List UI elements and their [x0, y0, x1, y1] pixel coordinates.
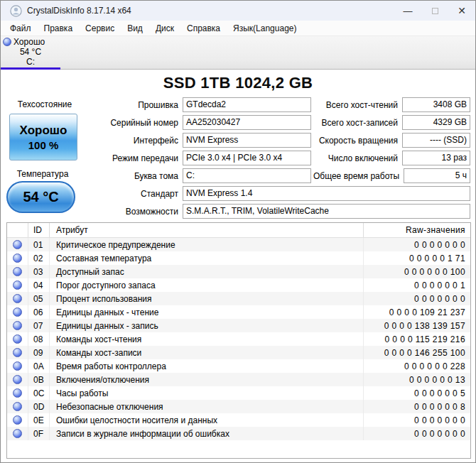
table-row: 0D Небезопасные отключения 0 0 0 0 0 0 8 [7, 400, 470, 413]
attribute-name: Ошибки целостности носителя и данных [50, 413, 364, 427]
attribute-status-orb-icon [13, 240, 22, 249]
attribute-name: Критическое предупреждение [50, 238, 364, 251]
attribute-status-orb-icon [13, 361, 22, 371]
attribute-id: 0B [28, 373, 50, 386]
table-row: 0E Ошибки целостности носителя и данных … [7, 413, 470, 427]
attribute-raw-value: 0 0 0 0 0 0 0 [364, 429, 470, 439]
menu-file[interactable]: Файл [4, 22, 38, 35]
header-id: ID [28, 223, 50, 237]
attribute-status-orb-icon [13, 267, 22, 276]
window-title: CrystalDiskInfo 8.17.14 x64 [27, 6, 131, 16]
menubar: Файл Правка Сервис Вид Диск Справка Язык… [1, 21, 475, 36]
field-row-firmware: Прошивка GTdecda2 [1, 97, 311, 112]
field-row-features: Возможности S.M.A.R.T., TRIM, VolatileWr… [1, 204, 470, 219]
interface-value-box[interactable]: NVM Express [183, 133, 311, 148]
menu-help[interactable]: Справка [180, 22, 227, 35]
attribute-raw-value: 0 0 0 0 0 0 5 [364, 388, 470, 398]
menu-disk[interactable]: Диск [149, 22, 180, 35]
close-button[interactable]: ✕ [448, 1, 475, 21]
maximize-icon [432, 8, 438, 14]
field-label: Возможности [1, 207, 183, 217]
minimize-button[interactable]: — [394, 1, 421, 21]
attribute-status-orb-icon [13, 402, 22, 411]
field-label: Всего хост-записей [313, 118, 402, 128]
disk-tab-c[interactable]: Хорошо 54 °C C: [1, 37, 60, 67]
rotation-rate-value-box[interactable]: ---- (SSD) [402, 133, 470, 148]
firmware-value-box[interactable]: GTdecda2 [183, 97, 311, 112]
table-row: 05 Процент использования 0 0 0 0 0 0 0 [7, 292, 470, 305]
attribute-status-orb-icon [13, 415, 22, 425]
table-row: 04 Порог доступного запаса 0 0 0 0 0 0 1 [7, 278, 470, 292]
attribute-name: Часы работы [50, 386, 364, 400]
header-status-column [7, 223, 28, 237]
field-row-transfer-mode: Режим передачи PCIe 3.0 x4 | PCIe 3.0 x4 [1, 151, 311, 165]
drive-letter-value-box[interactable]: C: [183, 168, 311, 183]
field-row-drive-letter: Буква тома C: [1, 168, 311, 183]
attribute-name: Порог доступного запаса [50, 278, 364, 292]
attribute-id: 07 [28, 319, 50, 332]
app-icon [10, 5, 22, 17]
table-row: 09 Команды хост-записи 0 0 0 0 146 255 1… [7, 346, 470, 359]
host-writes-value-box[interactable]: 4329 GB [402, 115, 470, 130]
features-value-box[interactable]: S.M.A.R.T., TRIM, VolatileWriteCache [183, 204, 470, 219]
attribute-raw-value: 0 0 0 0 138 139 157 [364, 321, 470, 331]
disk-temperature: 54 °C [1, 47, 60, 57]
serial-value-box[interactable]: AA252030427 [183, 115, 311, 130]
attribute-status-orb-icon [13, 375, 22, 384]
menu-edit[interactable]: Правка [38, 22, 80, 35]
table-row: 01 Критическое предупреждение 0 0 0 0 0 … [7, 238, 470, 251]
attribute-id: 09 [28, 346, 50, 359]
field-label: Стандарт [1, 189, 183, 199]
field-label: Общее время работы [313, 171, 404, 181]
field-label: Серийный номер [1, 118, 183, 128]
main-panel: SSD 1TB 1024,2 GB Техсостояние Хорошо 10… [1, 70, 475, 463]
header-attribute: Атрибут [50, 223, 364, 237]
attribute-status-orb-icon [13, 388, 22, 398]
attribute-status-orb-icon [13, 429, 22, 438]
attribute-name: Единицы данных - запись [50, 319, 364, 332]
standard-value-box[interactable]: NVM Express 1.4 [183, 186, 470, 201]
disk-drive-letter: C: [1, 57, 60, 67]
attribute-name: Небезопасные отключения [50, 400, 364, 413]
attribute-id: 0E [28, 413, 50, 427]
app-window: CrystalDiskInfo 8.17.14 x64 — ✕ Файл Пра… [0, 0, 476, 463]
attribute-raw-value: 0 0 0 0 0 0 0 [364, 294, 470, 304]
attribute-id: 01 [28, 238, 50, 251]
attribute-name: Составная температура [50, 251, 364, 265]
attribute-status-orb-icon [13, 294, 22, 303]
attribute-raw-value: 0 0 0 0 0 0 0 [364, 240, 470, 250]
table-row: 0C Часы работы 0 0 0 0 0 0 5 [7, 386, 470, 400]
power-on-count-value-box[interactable]: 13 раз [402, 151, 470, 165]
attribute-name: Команды хост-записи [50, 346, 364, 359]
menu-view[interactable]: Вид [121, 22, 149, 35]
field-row-host-writes: Всего хост-записей 4329 GB [313, 115, 470, 130]
attribute-raw-value: 0 0 0 0 0 0 228 [364, 361, 470, 371]
attribute-id: 08 [28, 332, 50, 346]
attribute-raw-value: 0 0 0 0 109 21 237 [364, 307, 470, 317]
disk-model-title: SSD 1TB 1024,2 GB [1, 74, 475, 92]
attribute-raw-value: 0 0 0 0 0 1 71 [364, 254, 470, 263]
table-row: 0B Включения/отключения 0 0 0 0 0 0 13 [7, 373, 470, 386]
attribute-raw-value: 0 0 0 0 0 0 8 [364, 402, 470, 412]
power-on-hours-value-box[interactable]: 5 ч [404, 168, 470, 183]
field-label: Всего хост-чтений [313, 100, 402, 110]
attribute-id: 03 [28, 265, 50, 278]
table-header: ID Атрибут Raw-значения [7, 223, 470, 238]
maximize-button[interactable] [421, 1, 448, 21]
menu-function[interactable]: Сервис [79, 22, 121, 35]
field-label: Прошивка [1, 100, 183, 110]
field-row-host-reads: Всего хост-чтений 3408 GB [313, 97, 470, 112]
table-row: 0F Записи в журнале информации об ошибка… [7, 427, 470, 440]
menu-language[interactable]: Язык(Language) [227, 22, 303, 35]
attribute-status-orb-icon [13, 348, 22, 357]
attribute-raw-value: 0 0 0 0 0 0 0 [364, 415, 470, 425]
host-reads-value-box[interactable]: 3408 GB [402, 97, 470, 112]
field-row-power-on-count: Число включений 13 раз [313, 151, 470, 165]
attribute-id: 0A [28, 359, 50, 373]
attribute-name: Включения/отключения [50, 373, 364, 386]
transfer-mode-value-box[interactable]: PCIe 3.0 x4 | PCIe 3.0 x4 [183, 151, 311, 165]
attribute-id: 0C [28, 386, 50, 400]
attribute-name: Записи в журнале информации об ошибках [50, 427, 364, 440]
attribute-raw-value: 0 0 0 0 115 219 216 [364, 334, 470, 344]
attribute-id: 02 [28, 251, 50, 265]
